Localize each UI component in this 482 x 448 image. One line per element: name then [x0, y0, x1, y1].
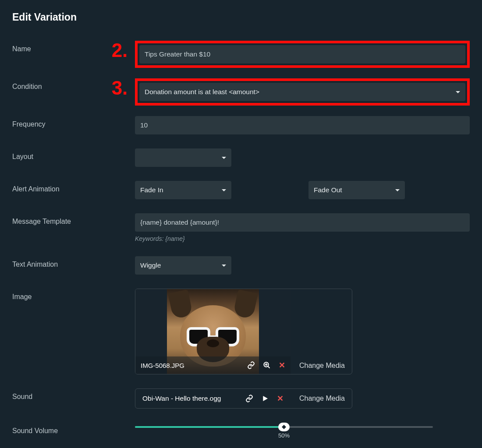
image-filename: IMG-5068.JPG [141, 362, 247, 369]
callout-3: 3. [112, 78, 128, 98]
animation-in-value: Fade In [140, 186, 163, 194]
text-animation-value: Wiggle [140, 261, 161, 269]
page-title: Edit Variation [12, 11, 470, 23]
sound-filename: Obi-Wan - Hello there.ogg [142, 395, 245, 402]
chevron-down-icon [395, 189, 400, 191]
highlight-name [135, 41, 470, 68]
name-input[interactable] [139, 45, 465, 63]
condition-select[interactable]: Donation amount is at least <amount> [139, 83, 465, 101]
label-message-template: Message Template [12, 213, 104, 226]
volume-percent-label: 50% [278, 432, 290, 439]
change-sound-button[interactable]: Change Media [299, 395, 345, 402]
remove-image-icon[interactable]: ✕ [279, 360, 285, 370]
label-layout: Layout [12, 148, 104, 161]
animation-out-value: Fade Out [314, 186, 342, 194]
image-media-box: IMG-5068.JPG ✕ Change Media [135, 289, 352, 374]
image-preview: IMG-5068.JPG ✕ [135, 289, 291, 374]
callout-2: 2. [112, 41, 128, 60]
highlight-condition: Donation amount is at least <amount> [135, 78, 470, 106]
label-text-animation: Text Animation [12, 256, 104, 268]
zoom-in-icon[interactable] [263, 361, 271, 369]
layout-select[interactable] [135, 148, 231, 167]
link-icon[interactable] [247, 361, 255, 369]
animation-in-select[interactable]: Fade In [135, 181, 231, 199]
condition-value: Donation amount is at least <amount> [145, 88, 259, 96]
sound-media-box: Obi-Wan - Hello there.ogg ✕ Change Media [135, 388, 352, 409]
label-frequency: Frequency [12, 116, 104, 128]
chevron-down-icon [222, 189, 226, 191]
label-sound-volume: Sound Volume [12, 423, 104, 435]
change-image-button[interactable]: Change Media [291, 289, 352, 374]
label-image: Image [12, 289, 104, 301]
svg-line-1 [268, 366, 269, 368]
volume-slider[interactable]: 50% [135, 423, 433, 428]
animation-out-select[interactable]: Fade Out [308, 181, 405, 199]
link-icon[interactable] [245, 395, 253, 402]
chevron-down-icon [222, 157, 226, 159]
label-sound: Sound [12, 388, 104, 401]
play-icon[interactable] [261, 395, 269, 402]
label-alert-animation: Alert Animation [12, 181, 104, 193]
volume-slider-fill [135, 426, 284, 428]
label-name: Name [12, 41, 104, 53]
chevron-down-icon [222, 265, 226, 267]
message-template-input[interactable] [135, 213, 470, 232]
keywords-hint: Keywords: {name} [135, 235, 470, 242]
text-animation-select[interactable]: Wiggle [135, 256, 231, 275]
svg-marker-4 [263, 396, 268, 401]
remove-sound-icon[interactable]: ✕ [277, 394, 284, 403]
chevron-down-icon [456, 91, 460, 93]
frequency-input[interactable] [135, 116, 470, 134]
volume-slider-thumb[interactable] [278, 423, 290, 431]
label-condition: Condition [12, 78, 104, 91]
